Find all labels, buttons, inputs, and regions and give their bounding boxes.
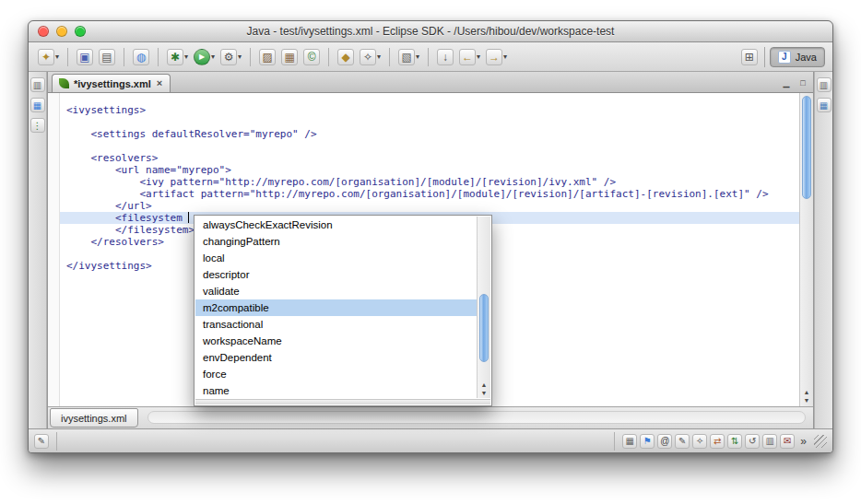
toolbar-separator — [158, 48, 159, 66]
editor-scrollbar-thumb[interactable] — [802, 96, 811, 199]
declaration-view-button[interactable]: ✎ — [675, 434, 690, 449]
completion-item[interactable]: local — [195, 250, 477, 266]
code-line[interactable] — [60, 116, 799, 128]
minimized-views-button[interactable]: ⋮ — [30, 118, 45, 133]
console-view-button[interactable]: ▥ — [762, 434, 777, 449]
new-java-package-button[interactable]: ▦ — [279, 46, 300, 68]
completion-list: alwaysCheckExactRevisionchangingPatternl… — [195, 217, 477, 398]
new-wizard-button[interactable]: ✦▾ — [36, 46, 61, 68]
completion-item[interactable]: name — [195, 382, 477, 398]
editor-bottom-tab[interactable]: ivysettings.xml — [50, 408, 138, 428]
code-line[interactable]: <artifact pattern="http://myrepo.com/[or… — [60, 188, 799, 200]
call-hierarchy-view-icon: ⇄ — [710, 434, 725, 449]
perspective-switcher: ⊞ J Java — [739, 46, 825, 68]
minimize-editor-button[interactable]: ▁ — [780, 78, 793, 88]
synchronize-view-button[interactable]: ⇅ — [727, 434, 742, 449]
package-explorer-view-button[interactable]: ▦ — [30, 98, 45, 112]
scroll-down-button[interactable]: ▼ — [800, 396, 813, 404]
scroll-up-button[interactable]: ▲ — [478, 381, 490, 389]
completion-item[interactable]: workspaceName — [195, 333, 477, 349]
toolbar-separator — [67, 48, 68, 66]
java-search-icon: ✧ — [360, 49, 376, 65]
completion-item[interactable]: validate — [195, 283, 477, 299]
scroll-up-button[interactable]: ▲ — [800, 388, 813, 396]
code-line[interactable]: <resolvers> — [60, 152, 799, 164]
scroll-down-button[interactable]: ▼ — [478, 389, 490, 397]
code-line[interactable]: </url> — [60, 200, 799, 212]
open-web-browser-button[interactable]: ◍ — [131, 46, 151, 68]
completion-item[interactable]: envDependent — [195, 349, 477, 366]
restore-editor-area-button[interactable]: ▥ — [817, 77, 832, 92]
restore-editor-area-button[interactable]: ▥ — [30, 77, 45, 92]
java-perspective-button[interactable]: J Java — [770, 47, 825, 67]
close-window-button[interactable] — [38, 26, 49, 37]
dropdown-arrow-icon[interactable]: ▾ — [55, 53, 59, 61]
save-button[interactable]: ▣ — [75, 46, 95, 68]
problems-view-button[interactable]: ▦ — [622, 434, 637, 449]
popup-resize-handle[interactable] — [195, 399, 490, 404]
open-resource-button[interactable]: ▧▾ — [396, 46, 421, 68]
code-line[interactable] — [60, 140, 799, 152]
external-tools-button[interactable]: ⚙▾ — [218, 46, 243, 68]
completion-item[interactable]: m2compatible — [195, 299, 477, 316]
new-java-project-icon: ▨ — [259, 49, 276, 65]
code-line[interactable]: <url name="myrepo"> — [60, 164, 799, 176]
text-cursor — [188, 212, 189, 223]
new-java-class-button[interactable]: © — [301, 46, 322, 68]
open-resource-icon: ▧ — [398, 49, 415, 65]
titlebar[interactable]: Java - test/ivysettings.xml - Eclipse SD… — [29, 21, 832, 42]
dropdown-arrow-icon[interactable]: ▾ — [238, 53, 242, 61]
dropdown-arrow-icon[interactable]: ▾ — [503, 53, 507, 61]
completion-item[interactable]: force — [195, 366, 477, 382]
last-edit-location-button[interactable]: ↓ — [435, 46, 455, 68]
dropdown-arrow-icon[interactable]: ▾ — [211, 53, 215, 61]
package-explorer-view-icon: ▦ — [30, 98, 45, 112]
popup-scrollbar[interactable]: ▲ ▼ — [477, 217, 490, 398]
back-button[interactable]: ←▾ — [457, 46, 482, 68]
overflow-chevron-icon[interactable]: » — [797, 435, 809, 448]
outline-view-button[interactable]: ▦ — [817, 98, 832, 112]
print-icon: ▤ — [99, 49, 115, 65]
dropdown-arrow-icon[interactable]: ▾ — [416, 53, 419, 61]
completion-item[interactable]: descriptor — [195, 266, 477, 283]
code-line[interactable]: <ivy pattern="http://myrepo.com/[organis… — [60, 176, 799, 188]
search-view-button[interactable]: ✧ — [692, 434, 707, 449]
bookmarks-view-button[interactable]: ⚑ — [640, 434, 655, 449]
problems-view-icon: ▦ — [622, 434, 637, 449]
editor-vertical-scrollbar[interactable]: ▲ ▼ — [799, 93, 813, 406]
maximize-editor-button[interactable]: □ — [796, 78, 809, 88]
error-log-view-button[interactable]: ✉ — [780, 434, 795, 449]
dropdown-arrow-icon[interactable]: ▾ — [477, 53, 480, 61]
dropdown-arrow-icon[interactable]: ▾ — [377, 53, 381, 61]
popup-scrollbar-thumb[interactable] — [479, 294, 489, 362]
editor-horizontal-scrollbar[interactable] — [147, 411, 806, 424]
fast-view-bar-button[interactable]: ✎ — [34, 434, 49, 449]
java-search-button[interactable]: ✧▾ — [358, 46, 383, 68]
run-button[interactable]: ▶▾ — [192, 46, 217, 68]
window-resize-grip[interactable] — [814, 435, 827, 448]
close-tab-icon[interactable]: × — [156, 78, 163, 88]
debug-button[interactable]: ✱▾ — [165, 46, 190, 68]
completion-item[interactable]: transactional — [195, 316, 477, 333]
java-perspective-icon: J — [778, 51, 791, 64]
left-trim-bar: ▥▦⋮ — [29, 72, 47, 428]
javadoc-view-button[interactable]: @ — [657, 434, 672, 449]
editor-scrollbar-arrows: ▲ ▼ — [800, 388, 813, 404]
call-hierarchy-view-button[interactable]: ⇄ — [710, 434, 725, 449]
editor-tab[interactable]: *ivysettings.xml × — [52, 74, 171, 92]
create-jar-button[interactable]: ◆ — [336, 46, 356, 68]
new-java-project-button[interactable]: ▨ — [257, 46, 277, 68]
history-view-button[interactable]: ↺ — [745, 434, 760, 449]
print-button[interactable]: ▤ — [97, 46, 117, 68]
restore-editor-area-icon: ▥ — [817, 77, 832, 92]
completion-item[interactable]: alwaysCheckExactRevision — [195, 217, 477, 233]
code-line[interactable]: <ivysettings> — [60, 104, 799, 116]
code-line[interactable]: <settings defaultResolver="myrepo" /> — [60, 128, 799, 140]
minimize-window-button[interactable] — [56, 26, 67, 37]
completion-item[interactable]: changingPattern — [195, 233, 477, 250]
annotation-ruler[interactable] — [48, 93, 60, 406]
forward-button[interactable]: →▾ — [484, 46, 509, 68]
open-perspective-button[interactable]: ⊞ — [739, 46, 760, 68]
dropdown-arrow-icon[interactable]: ▾ — [184, 53, 188, 61]
zoom-window-button[interactable] — [75, 26, 86, 37]
